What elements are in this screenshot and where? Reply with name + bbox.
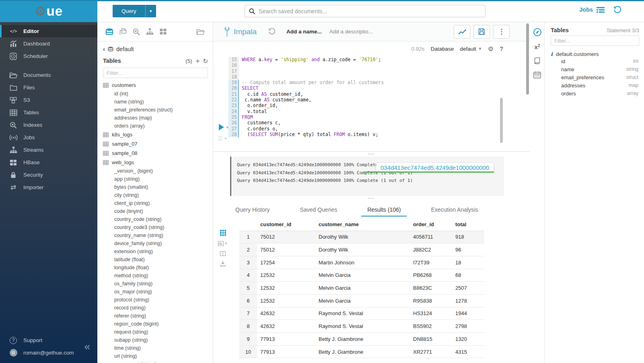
assist-column[interactable]: bytes (smallint) <box>103 183 208 191</box>
assist-column[interactable]: os_family (string) <box>103 280 208 288</box>
assist-column[interactable]: app (string) <box>103 175 208 183</box>
columns-icon[interactable] <box>220 251 226 256</box>
assistant-compass-icon[interactable] <box>533 28 542 37</box>
assist-column[interactable]: user_agent (string) <box>103 360 208 363</box>
assist-search-icon[interactable] <box>133 28 140 35</box>
help-question-icon[interactable]: ? <box>500 45 503 52</box>
snippet-history-icon[interactable] <box>268 28 275 35</box>
assist-column[interactable]: country_code (string) <box>103 215 208 223</box>
column-header-customer_id[interactable]: customer_id <box>257 219 315 231</box>
language-reference-icon[interactable] <box>533 57 541 64</box>
query-dropdown-caret[interactable]: ▼ <box>145 5 156 17</box>
assist-table-k8s_logs[interactable]: k8s_logs <box>103 130 208 139</box>
info-icon[interactable]: i <box>551 51 553 57</box>
refresh-icon[interactable]: ↻ <box>203 58 208 64</box>
assist-breadcrumb[interactable]: ‹ default <box>103 45 208 52</box>
sidebar-item-editor[interactable]: </>Editor <box>0 25 97 37</box>
assist-column[interactable]: extension (string) <box>103 248 208 256</box>
resize-handle-top[interactable]: ••• <box>213 152 530 157</box>
sidebar-item-indexes[interactable]: Indexes <box>0 119 97 131</box>
sidebar-item-security[interactable]: Security <box>0 169 97 181</box>
assist-column[interactable]: client_ip (string) <box>103 199 208 207</box>
assist-documents-icon[interactable] <box>119 28 127 35</box>
database-selector[interactable]: default▼ <box>460 46 481 52</box>
collapse-sidebar-icon[interactable]: « <box>84 341 90 352</box>
tab-results-[interactable]: Results (106) <box>361 201 407 219</box>
sidebar-item-support[interactable]: ? Support <box>0 334 97 346</box>
new-query-button[interactable]: Query ▼ <box>113 5 156 17</box>
add-table-icon[interactable]: + <box>195 58 200 64</box>
assist-table-web_logs[interactable]: web_logs <box>103 158 208 167</box>
assist-apps-icon[interactable] <box>160 29 167 35</box>
right-column-email_preferences[interactable]: email_preferencesstruct <box>551 73 639 81</box>
hue-logo[interactable]: ⚙ue <box>0 0 97 22</box>
assist-column[interactable]: addresses (map) <box>103 114 208 122</box>
sidebar-item-importer[interactable]: ⇄Importer <box>0 181 97 194</box>
tab-saved-queries[interactable]: Saved Queries <box>294 201 344 219</box>
sidebar-item-tables[interactable]: Tables <box>0 106 97 119</box>
execute-button[interactable] <box>219 124 224 130</box>
resize-handle-bottom[interactable]: ••• <box>213 196 530 201</box>
grid-view-icon[interactable] <box>220 230 226 236</box>
assist-column[interactable]: url (string) <box>103 352 208 360</box>
assist-filter-input[interactable] <box>103 68 208 78</box>
assist-column[interactable]: name (string) <box>103 98 208 106</box>
sidebar-item-streams[interactable]: Streams <box>0 144 97 156</box>
assist-folder-icon[interactable] <box>196 28 205 35</box>
sidebar-item-hbase[interactable]: HBase <box>0 156 97 169</box>
chart-button[interactable] <box>454 25 470 39</box>
snippet-map-icon[interactable]: ◫ ▼ <box>218 135 227 141</box>
assist-databases-icon[interactable] <box>105 28 113 35</box>
assist-column[interactable]: referer (string) <box>103 312 208 320</box>
code-editor[interactable]: 15WHERE a.key = 'shipping' and a.zip_cod… <box>213 56 530 152</box>
assist-column[interactable]: os_major (string) <box>103 288 208 296</box>
assist-column[interactable]: id (int) <box>103 90 208 98</box>
assist-column[interactable]: time (string) <box>103 344 208 352</box>
main-scrollbar[interactable] <box>526 23 529 95</box>
assist-column[interactable]: country_name (string) <box>103 231 208 239</box>
column-header-total[interactable]: total <box>452 219 484 231</box>
sidebar-item-user[interactable]: R romain@gethue.com <box>0 346 97 359</box>
assist-column[interactable]: region_code (bigint) <box>103 320 208 328</box>
assist-column[interactable]: country_code3 (string) <box>103 223 208 231</box>
assist-column[interactable]: _version_ (bigint) <box>103 167 208 175</box>
column-header-customer_name[interactable]: customer_name <box>315 219 410 231</box>
sidebar-item-s3[interactable]: S3 <box>0 94 97 106</box>
assist-column[interactable]: orders (array) <box>103 122 208 130</box>
active-table[interactable]: i default.customers <box>551 51 639 57</box>
more-actions-button[interactable]: ⋮ <box>493 25 510 39</box>
query-history-icon[interactable] <box>613 6 621 15</box>
execute-options-caret[interactable]: ▼ <box>226 126 229 130</box>
sidebar-item-files[interactable]: Files <box>0 81 97 94</box>
assist-column[interactable]: request (string) <box>103 328 208 336</box>
assist-column[interactable]: device_family (string) <box>103 239 208 248</box>
chart-view-icon[interactable]: ▼ <box>218 241 228 246</box>
schedule-calendar-icon[interactable] <box>533 71 541 78</box>
right-column-addresses[interactable]: addressesmap <box>551 81 639 89</box>
assist-table-sample_07[interactable]: sample_07 <box>103 139 208 148</box>
search-input[interactable] <box>259 8 481 14</box>
assist-column[interactable]: city (string) <box>103 191 208 199</box>
tab-query-history[interactable]: Query History <box>229 201 276 219</box>
assist-column[interactable]: email_preferences (struct) <box>103 106 208 114</box>
assist-column[interactable]: record (string) <box>103 304 208 312</box>
tab-execution-analysis[interactable]: Execution Analysis <box>425 201 484 219</box>
assist-table-customers[interactable]: customers <box>103 80 208 90</box>
assist-column[interactable]: protocol (string) <box>103 296 208 304</box>
column-header-order_id[interactable]: order_id <box>410 219 452 231</box>
sidebar-item-documents[interactable]: Documents <box>0 69 97 81</box>
assist-column[interactable]: subapp (string) <box>103 336 208 344</box>
back-chevron-icon[interactable]: ‹ <box>103 45 105 52</box>
download-icon[interactable] <box>220 261 226 266</box>
assist-table-sample_08[interactable]: sample_08 <box>103 148 208 158</box>
sidebar-item-jobs[interactable]: Jobs <box>0 131 97 144</box>
right-filter-input[interactable] <box>551 35 639 46</box>
editor-scrollbar[interactable] <box>500 98 503 143</box>
query-name-field[interactable]: Add a name... <box>286 29 322 35</box>
functions-icon[interactable]: x2 <box>535 43 540 50</box>
sidebar-item-dashboard[interactable]: Dashboard <box>0 37 97 50</box>
sidebar-item-scheduler[interactable]: Scheduler <box>0 50 97 62</box>
settings-gear-icon[interactable]: ⚙ <box>488 45 494 53</box>
assist-column[interactable]: code (tinyint) <box>103 207 208 215</box>
assist-column[interactable]: longitude (float) <box>103 264 208 272</box>
